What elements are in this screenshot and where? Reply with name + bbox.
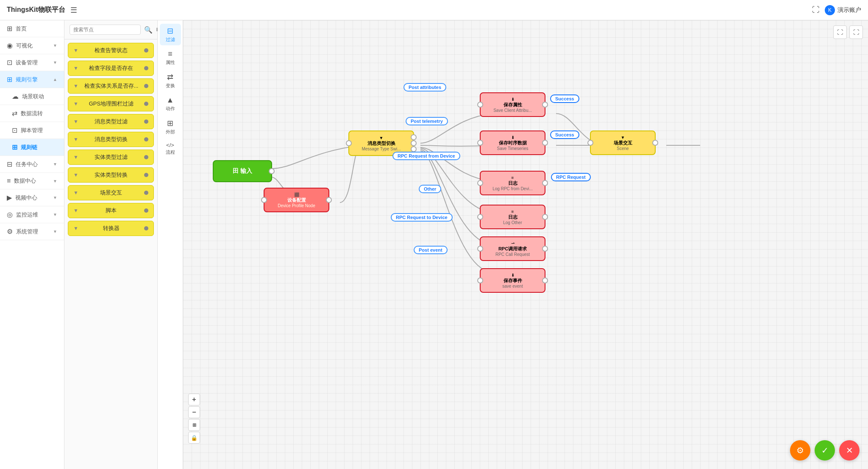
- filter-icon: ▼: [73, 225, 78, 231]
- settings-action-btn[interactable]: ⚙: [790, 440, 810, 461]
- node-item-scene[interactable]: ▼ 场景交互: [68, 185, 154, 200]
- sidebar-item-visualization[interactable]: ◉ 可视化 ▼: [0, 37, 64, 54]
- filter-icon: ▼: [73, 47, 78, 53]
- confirm-action-btn[interactable]: ✓: [815, 440, 835, 461]
- zoom-in-btn[interactable]: +: [188, 394, 200, 405]
- home-icon: ⊞: [7, 25, 12, 33]
- attribute-tool-icon: ≡: [168, 50, 172, 58]
- node-item-script[interactable]: ▼ 脚本: [68, 203, 154, 218]
- filter-icon: ▼: [73, 119, 78, 125]
- filter-icon: ▼: [73, 172, 78, 178]
- chevron-down-icon: ▼: [53, 43, 57, 48]
- sidebar-item-video[interactable]: ▶ 视频中心 ▼: [0, 189, 64, 206]
- app-title: ThingsKit物联平台: [7, 6, 65, 14]
- tool-external[interactable]: ⊞ 外部: [160, 116, 181, 138]
- node-item-check-relation[interactable]: ▼ 检查实体关系是否存...: [68, 78, 154, 94]
- filter-icon: ▼: [73, 136, 78, 142]
- filter-icon: ▼: [73, 83, 78, 89]
- transform-tool-icon: ⇄: [167, 72, 173, 82]
- node-dot: [144, 191, 148, 195]
- sidebar-item-plugin[interactable]: ⊡ 脚本管理: [0, 122, 64, 139]
- tool-external-label: 外部: [166, 129, 175, 135]
- sidebar-item-system[interactable]: ⚙ 系统管理 ▼: [0, 223, 64, 240]
- log-other-node[interactable]: ≡ 日志 Log Other: [480, 205, 545, 229]
- sidebar-item-rule-engine[interactable]: ⊞ 规则引擎 ▲: [0, 71, 64, 88]
- tool-flow-label: 流程: [166, 149, 175, 155]
- node-item-gps[interactable]: ▼ GPS地理围栏过滤: [68, 96, 154, 111]
- visualization-icon: ◉: [7, 42, 13, 50]
- success-badge-1: Success: [550, 94, 579, 103]
- sidebar-item-monitor[interactable]: ◎ 监控运维 ▼: [0, 206, 64, 223]
- rule-icon: ⊞: [7, 75, 12, 83]
- node-dot: [144, 226, 148, 230]
- device-profile-node[interactable]: ⬛ 设备配置 Device Profile Node: [264, 188, 329, 212]
- restore-btn[interactable]: ⛶: [833, 25, 847, 39]
- chevron-up-icon: ▲: [53, 77, 57, 82]
- menu-icon[interactable]: ☰: [70, 6, 77, 15]
- other-label: Other: [419, 185, 441, 193]
- save-event-node[interactable]: ⬇ 保存事件 save event: [480, 268, 545, 293]
- tool-flow[interactable]: </> 流程: [160, 139, 181, 158]
- sidebar-item-rule-chain[interactable]: ⊞ 规则链: [0, 139, 64, 156]
- search-icon[interactable]: 🔍: [144, 26, 153, 34]
- user-menu[interactable]: K 演示账户: [825, 5, 861, 15]
- tool-filter-label: 过滤: [166, 36, 175, 43]
- node-item-check-alarm[interactable]: ▼ 检查告警状态: [68, 43, 154, 58]
- sidebar-item-data-flow[interactable]: ⇄ 数据流转: [0, 105, 64, 122]
- post-event-label: Post event: [414, 246, 448, 254]
- sidebar-item-home[interactable]: ⊞ 首页: [0, 20, 64, 37]
- node-dot: [144, 84, 148, 88]
- header: ThingsKit物联平台 ☰ ⛶ K 演示账户: [0, 0, 868, 20]
- expand-icon[interactable]: ⛶: [812, 6, 820, 14]
- node-item-converter[interactable]: ▼ 转换器: [68, 221, 154, 236]
- fit-btn[interactable]: ⊞: [188, 419, 200, 431]
- tool-attribute[interactable]: ≡ 属性: [160, 47, 181, 68]
- lock-btn[interactable]: 🔒: [188, 432, 200, 444]
- input-node[interactable]: 田 输入: [213, 160, 272, 182]
- sidebar-item-scene[interactable]: ☁ 场景联动: [0, 88, 64, 105]
- filter-icon: ▼: [73, 208, 78, 214]
- node-item-msg-type-filter[interactable]: ▼ 消息类型过滤: [68, 114, 154, 129]
- device-icon: ⊡: [7, 58, 12, 67]
- node-item-list: ▼ 检查告警状态 ▼ 检查字段是否存在 ▼ 检查实体关系是否存... ▼ GPS…: [64, 39, 157, 239]
- node-dot: [144, 208, 148, 213]
- success-badge-2: Success: [550, 130, 579, 139]
- node-item-check-field[interactable]: ▼ 检查字段是否存在: [68, 61, 154, 76]
- filter-tool-icon: ⊟: [167, 26, 173, 36]
- node-item-entity-type-switch[interactable]: ▼ 实体类型转换: [68, 167, 154, 183]
- node-dot: [144, 66, 148, 70]
- post-telemetry-label: Post telemetry: [406, 117, 448, 125]
- scene-icon: ☁: [12, 92, 19, 100]
- canvas-controls: ⛶ ⛶: [833, 25, 863, 39]
- rpc-call-node[interactable]: ⇀ RPC调用请求 RPC Call Request: [480, 236, 545, 261]
- sidebar-item-task[interactable]: ⊟ 任务中心 ▼: [0, 156, 64, 173]
- tool-action-label: 动作: [166, 105, 175, 112]
- main-layout: ⊞ 首页 ◉ 可视化 ▼ ⊡ 设备管理 ▼ ⊞ 规则引擎 ▲ ☁ 场景联动 ⇄ …: [0, 20, 868, 469]
- header-left: ThingsKit物联平台 ☰: [7, 6, 77, 15]
- save-attr-node[interactable]: ⬇ 保存属性 Save Client Attribu...: [480, 92, 545, 117]
- fullscreen-btn[interactable]: ⛶: [849, 25, 863, 39]
- node-dot: [144, 119, 148, 124]
- rulechain-icon: ⊞: [12, 143, 17, 151]
- log-rpc-node[interactable]: ≡ 日志 Log RPC from Devi...: [480, 171, 545, 195]
- zoom-out-btn[interactable]: −: [188, 406, 200, 418]
- tool-transform[interactable]: ⇄ 变换: [160, 70, 181, 92]
- node-dot: [144, 48, 148, 53]
- header-right: ⛶ K 演示账户: [812, 5, 861, 15]
- close-action-btn[interactable]: ✕: [839, 440, 860, 461]
- node-item-entity-type-filter[interactable]: ▼ 实体类型过滤: [68, 150, 154, 165]
- tool-action[interactable]: ▲ 动作: [160, 93, 181, 114]
- sidebar-item-device-mgmt[interactable]: ⊡ 设备管理 ▼: [0, 54, 64, 71]
- node-item-msg-type-switch[interactable]: ▼ 消息类型切换: [68, 132, 154, 147]
- node-panel-header: 🔍 ≡: [64, 20, 157, 39]
- sidebar-item-data-center[interactable]: ≡ 数据中心 ▼: [0, 173, 64, 189]
- search-input[interactable]: [70, 25, 141, 35]
- scene-node[interactable]: ▼ 场景交互 Scene: [590, 130, 656, 155]
- monitor-icon: ◎: [7, 211, 13, 219]
- external-tool-icon: ⊞: [167, 119, 173, 128]
- node-panel: 🔍 ≡ ▼ 检查告警状态 ▼ 检查字段是否存在 ▼ 检查实体关系是否存... ▼…: [64, 20, 158, 469]
- canvas-area[interactable]: 田 输入 ⬛ 设备配置 Device Profile Node ▼ 消息类型切换…: [183, 20, 868, 469]
- action-tool-icon: ▲: [167, 96, 174, 105]
- tool-filter[interactable]: ⊟ 过滤: [160, 24, 181, 45]
- save-timeseries-node[interactable]: ⬇ 保存时序数据 Save Timeseries: [480, 130, 545, 155]
